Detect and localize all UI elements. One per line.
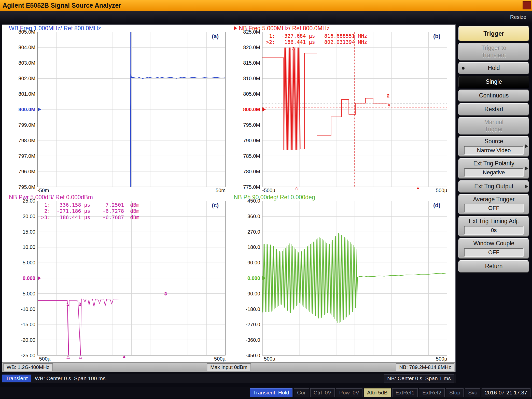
- menu-button-source[interactable]: SourceNarrow Video: [458, 136, 529, 157]
- plot-d-quadrant: NB Ph 90.00deg/ Ref 0.000deg 450.0360.02…: [227, 194, 455, 362]
- transient-mode-badge[interactable]: Transient: [2, 375, 31, 382]
- window-control-button[interactable]: [523, 1, 531, 9]
- status-item-transient-hold[interactable]: Transient: Hold: [250, 388, 292, 397]
- y-axis-label: 805.0M: [18, 29, 35, 35]
- status-item-clock: 2016-07-21 17:37: [482, 388, 530, 397]
- ref-level-arrow-icon: [262, 276, 266, 280]
- plot-c-quadrant: NB Pwr 5.000dB/ Ref 0.000dBm 25.0020.001…: [2, 194, 227, 362]
- y-axis-label: -15.00: [21, 322, 35, 327]
- y-axis-label: 798.0M: [18, 138, 35, 144]
- plot-d-y-axis: 450.0360.0270.0180.090.000.000-90.00-180…: [227, 201, 262, 355]
- axis-marker-filled-icon: ▲: [122, 354, 126, 359]
- menu-button-manual-trigger: ManualTrigger: [458, 117, 529, 135]
- axis-marker-filled-icon: ▲: [416, 186, 420, 191]
- active-trace-arrow-icon: [234, 26, 237, 31]
- status-item-extref1: ExtRef1: [392, 388, 418, 397]
- axis-marker-open-icon: △: [66, 354, 70, 359]
- status-item-attn: Attn 5dB: [364, 388, 391, 397]
- resize-button[interactable]: Resize: [510, 14, 526, 20]
- menu-button-ext-trig-timing-adj[interactable]: Ext Trig Timing Adj.0s: [458, 216, 529, 237]
- y-axis-label: 804.0M: [18, 45, 35, 50]
- menu-button-average-trigger[interactable]: Average TriggerOFF: [458, 194, 529, 215]
- menu-button-trigger[interactable]: Trigger: [458, 26, 529, 41]
- menu-button-continuous[interactable]: Continuous: [458, 90, 529, 102]
- menu-button-restart[interactable]: Restart: [458, 103, 529, 116]
- y-axis-label: 795.0M: [18, 184, 35, 190]
- max-input-readout: Max Input 0dBm: [207, 363, 251, 371]
- y-axis-label: 805.0M: [243, 91, 260, 97]
- plot-b-area[interactable]: 1: -327.684 µs 816.688551 MHz >2: 186.44…: [262, 32, 447, 187]
- y-axis-label: -5.000: [21, 291, 35, 297]
- y-axis-label: 796.0M: [18, 169, 35, 175]
- submenu-arrow-icon: [525, 184, 528, 189]
- y-axis-label: 25.00: [23, 198, 35, 204]
- nb-sweep-info: NB: Center 0 s Span 1 ms: [384, 374, 454, 382]
- submenu-arrow-icon: [525, 144, 528, 148]
- plot-d-xmax-label: 500µ: [436, 356, 447, 362]
- menu-bar: Resize: [0, 11, 532, 23]
- menu-value-ext-trig-polarity: Negative: [464, 168, 524, 177]
- y-axis-label: -10.00: [21, 306, 35, 312]
- plot-a-title-row: WB Freq 1.000MHz/ Ref 800.0MHz: [2, 25, 227, 32]
- plot-d-corner-label: (d): [433, 202, 440, 209]
- plot-d-canvas: [262, 201, 447, 355]
- menu-button-trigger-to-transient: Trigger toTransient: [458, 43, 529, 61]
- plot-c-y-axis: 25.0020.0015.0010.005.0000.000-5.000-10.…: [2, 201, 37, 355]
- plot-c-corner-label: (c): [212, 202, 219, 209]
- plot-a-y-axis: 805.0M804.0M803.0M802.0M801.0M800.0M799.…: [2, 32, 37, 187]
- y-axis-label: 815.0M: [243, 60, 260, 66]
- plot-b-corner-label: (b): [433, 33, 440, 40]
- plot-d-area[interactable]: (d): [262, 201, 447, 355]
- y-axis-label: 10.00: [23, 244, 35, 250]
- status-item-extref2: ExtRef2: [419, 388, 445, 397]
- y-axis-label: 825.0M: [243, 29, 260, 35]
- plot-a-area[interactable]: (a): [37, 32, 226, 187]
- y-axis-label: 360.0: [247, 213, 260, 219]
- trace-marker-2-icon: 2: [79, 302, 81, 307]
- y-axis-label: 15.00: [23, 229, 35, 235]
- plot-c-title: NB Pwr 5.000dB/ Ref 0.000dBm: [9, 194, 93, 201]
- y-axis-label: 5.000: [23, 260, 35, 266]
- plot-d-title-row: NB Ph 90.00deg/ Ref 0.000deg: [227, 194, 455, 201]
- status-item-pow: Pow 0V: [336, 388, 362, 397]
- trace-marker-1-icon: 1: [66, 302, 69, 307]
- y-axis-label: 790.0M: [243, 138, 260, 144]
- menu-value-window-couple: OFF: [464, 248, 524, 257]
- plot-b-xmin-label: -500µ: [262, 188, 275, 193]
- plot-b-xmax-label: 500µ: [436, 188, 447, 193]
- menu-button-hold[interactable]: Hold: [458, 62, 529, 74]
- y-axis-label: 450.0: [247, 198, 260, 204]
- menu-button-return[interactable]: Return: [458, 260, 529, 273]
- y-axis-label: 20.00: [23, 213, 35, 219]
- display-area: WB Freq 1.000MHz/ Ref 800.0MHz 805.0M804…: [2, 24, 456, 372]
- menu-button-window-couple[interactable]: Window CoupleOFF: [458, 238, 529, 259]
- plot-c-area[interactable]: 1: -336.158 µs -7.2501 dBm 2: -271.186 µ…: [37, 201, 226, 355]
- ref-level-arrow-icon: [262, 107, 266, 111]
- plot-c-marker-readout: 1: -336.158 µs -7.2501 dBm 2: -271.186 µ…: [41, 202, 139, 220]
- plot-d-x-axis: -500µ 500µ: [262, 355, 447, 362]
- trace-marker-1-icon: 1: [292, 47, 295, 51]
- plot-a-corner-label: (a): [212, 33, 219, 40]
- axis-marker-open-icon: △: [295, 186, 298, 191]
- y-axis-label: 180.0: [247, 244, 260, 250]
- menu-button-ext-trig-output[interactable]: Ext Trig Output: [458, 180, 529, 193]
- trace-marker-2-icon: 2: [387, 94, 389, 98]
- plot-c-canvas: [38, 201, 225, 355]
- y-axis-label: -20.00: [21, 337, 35, 343]
- menu-value-source: Narrow Video: [464, 146, 524, 155]
- menu-button-ext-trig-polarity[interactable]: Ext Trig PolarityNegative: [458, 158, 529, 179]
- range-readout-bar: WB: 1.2G-400MHz Max Input 0dBm NB: 789.2…: [2, 362, 455, 372]
- plot-b-marker-readout: 1: -327.684 µs 816.688551 MHz >2: 186.44…: [266, 33, 367, 45]
- ref-level-arrow-icon: [38, 276, 41, 280]
- plot-b-x-axis: -500µ 500µ △▲: [262, 187, 447, 194]
- status-item-cor: Cor: [294, 388, 309, 397]
- menu-panel: TriggerTrigger toTransientHoldSingleCont…: [457, 24, 530, 384]
- wb-sweep-info: WB: Center 0 s Span 100 ms: [35, 375, 106, 381]
- menu-value-ext-trig-timing-adj: 0s: [464, 226, 524, 235]
- nb-range-readout: NB: 789.2M-814.8MHz: [396, 363, 454, 371]
- menu-button-single[interactable]: Single: [458, 76, 529, 88]
- plot-d-xmin-label: -500µ: [262, 356, 275, 362]
- plot-a-canvas: [38, 32, 225, 187]
- y-axis-label: 0.000: [23, 275, 35, 281]
- y-axis-label: 775.0M: [243, 184, 260, 190]
